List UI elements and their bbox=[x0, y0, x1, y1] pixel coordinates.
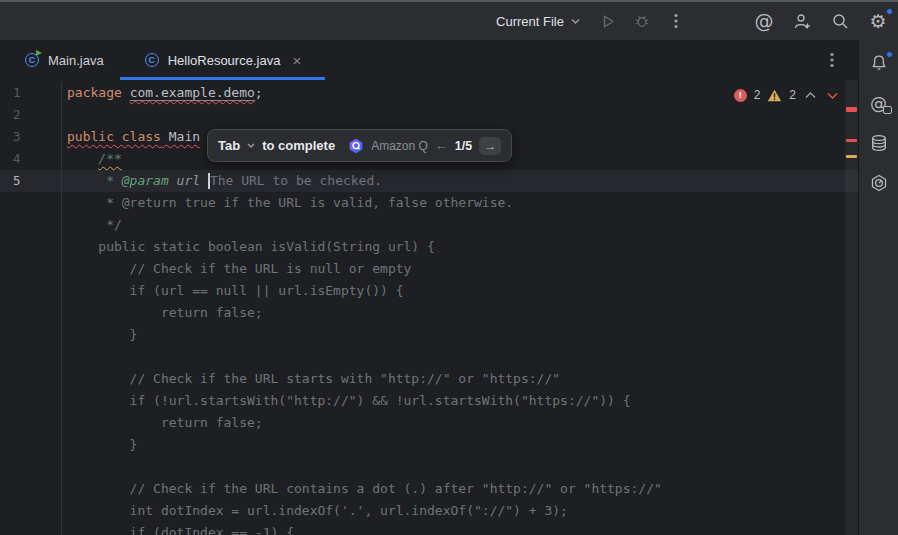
suggestion-counter: 1/5 bbox=[455, 139, 472, 153]
code-line[interactable]: // Check if the URL is null or empty bbox=[0, 258, 858, 280]
amazon-q-icon bbox=[348, 138, 364, 154]
code-line[interactable]: // Check if the URL contains a dot (.) a… bbox=[0, 478, 858, 500]
tab-label: Main.java bbox=[48, 53, 104, 68]
settings-notification-dot bbox=[886, 8, 893, 15]
ai-assistant-icon: @ bbox=[755, 12, 774, 31]
warning-count: 2 bbox=[789, 88, 796, 102]
inline-completion-popup: Tab to complete bbox=[207, 129, 512, 162]
code-line[interactable]: * @return true if the URL is valid, fals… bbox=[0, 192, 858, 214]
tab-helloresource-java[interactable]: C HelloResource.java × bbox=[120, 40, 326, 80]
run-button[interactable] bbox=[594, 8, 622, 34]
ai-chat-button[interactable]: @ bbox=[864, 90, 894, 116]
line-number: 4 bbox=[0, 148, 62, 170]
code-line[interactable] bbox=[0, 456, 858, 478]
code-line[interactable]: if (dotIndex == -1) { bbox=[0, 522, 858, 535]
line-number bbox=[0, 368, 62, 390]
code-line[interactable]: int dotIndex = url.indexOf('.', url.inde… bbox=[0, 500, 858, 522]
main-toolbar: Current File bbox=[0, 0, 898, 40]
tab-label: HelloResource.java bbox=[168, 53, 281, 68]
code-line[interactable]: public static boolean isValid(String url… bbox=[0, 236, 858, 258]
debug-button[interactable] bbox=[628, 8, 656, 34]
stripe-mark[interactable] bbox=[846, 155, 857, 158]
chevron-down-icon bbox=[247, 143, 255, 148]
search-everywhere-button[interactable] bbox=[826, 8, 854, 34]
settings-button[interactable]: ⚙ bbox=[864, 8, 892, 34]
line-number: 2 bbox=[0, 104, 62, 126]
code-line[interactable]: if (url == null || url.isEmpty()) { bbox=[0, 280, 858, 302]
ide-window: Current File bbox=[0, 0, 898, 535]
more-vertical-icon bbox=[674, 13, 678, 29]
toolbar-more-button[interactable] bbox=[662, 8, 690, 34]
error-count: 2 bbox=[754, 88, 761, 102]
tabbar-more-button[interactable] bbox=[818, 47, 846, 73]
tab-key-label[interactable]: Tab bbox=[218, 138, 240, 153]
line-number: 5 bbox=[0, 170, 62, 192]
java-class-runnable-icon: C bbox=[24, 52, 40, 68]
dependencies-hexagon-icon bbox=[870, 174, 888, 192]
code-line[interactable]: return false; bbox=[0, 412, 858, 434]
next-problem-button[interactable] bbox=[825, 92, 840, 99]
run-play-icon bbox=[601, 14, 616, 29]
line-number: 1 bbox=[0, 82, 62, 104]
tab-main-java[interactable]: C Main.java bbox=[8, 40, 120, 80]
run-configuration-selector[interactable]: Current File bbox=[488, 10, 588, 33]
previous-suggestion-arrow[interactable]: ← bbox=[435, 138, 448, 153]
line-number bbox=[0, 434, 62, 456]
tab-close-icon[interactable]: × bbox=[292, 53, 301, 68]
code-line[interactable]: 1package com.example.demo; bbox=[0, 82, 858, 104]
line-number bbox=[0, 412, 62, 434]
code-editor[interactable]: 1package com.example.demo;23public class… bbox=[0, 80, 858, 535]
line-number bbox=[0, 456, 62, 478]
database-button[interactable] bbox=[864, 130, 894, 156]
previous-problem-button[interactable] bbox=[803, 92, 818, 99]
editor-scrollbar[interactable] bbox=[845, 80, 858, 535]
line-number bbox=[0, 214, 62, 236]
database-icon bbox=[870, 134, 888, 152]
code-line[interactable]: */ bbox=[0, 214, 858, 236]
line-number bbox=[0, 302, 62, 324]
line-number bbox=[0, 258, 62, 280]
error-icon: ! bbox=[734, 89, 747, 102]
provider-label: Amazon Q bbox=[371, 139, 428, 153]
code-line[interactable]: 5 * @param url The URL to be checked. bbox=[0, 170, 858, 192]
dependencies-button[interactable] bbox=[864, 170, 894, 196]
code-line[interactable]: return false; bbox=[0, 302, 858, 324]
inspections-widget[interactable]: ! 2 2 bbox=[734, 88, 840, 102]
notifications-button[interactable] bbox=[864, 50, 894, 76]
editor-tab-bar: C Main.java C HelloResource.java × bbox=[0, 40, 858, 80]
warning-icon bbox=[767, 89, 782, 102]
line-number bbox=[0, 522, 62, 535]
code-with-me-icon bbox=[793, 13, 811, 30]
line-number bbox=[0, 346, 62, 368]
code-line[interactable] bbox=[0, 346, 858, 368]
right-tool-window-bar: @ bbox=[858, 40, 898, 535]
java-class-icon: C bbox=[144, 52, 160, 68]
more-vertical-icon bbox=[830, 52, 834, 68]
ai-assistant-button[interactable]: @ bbox=[750, 8, 778, 34]
line-number bbox=[0, 280, 62, 302]
search-icon bbox=[832, 13, 849, 30]
line-number bbox=[0, 390, 62, 412]
debug-bug-icon bbox=[634, 13, 650, 29]
line-number: 3 bbox=[0, 126, 62, 148]
code-line[interactable]: // Check if the URL starts with "http://… bbox=[0, 368, 858, 390]
code-with-me-button[interactable] bbox=[788, 8, 816, 34]
code-line[interactable]: 2 bbox=[0, 104, 858, 126]
gear-icon: ⚙ bbox=[869, 12, 886, 31]
line-number bbox=[0, 236, 62, 258]
code-line[interactable]: } bbox=[0, 324, 858, 346]
ai-chat-box-overlay bbox=[883, 106, 892, 114]
run-configuration-label: Current File bbox=[496, 14, 564, 29]
line-number bbox=[0, 324, 62, 346]
bell-icon bbox=[870, 54, 888, 72]
code-line[interactable]: if (!url.startsWith("http://") && !url.s… bbox=[0, 390, 858, 412]
line-number bbox=[0, 192, 62, 214]
stripe-mark[interactable] bbox=[846, 139, 857, 142]
completion-hint-label: to complete bbox=[262, 138, 335, 153]
next-suggestion-button[interactable]: → bbox=[479, 137, 501, 155]
notification-dot bbox=[886, 51, 893, 58]
chevron-down-icon bbox=[571, 18, 580, 24]
stripe-mark[interactable] bbox=[846, 107, 857, 112]
line-number bbox=[0, 478, 62, 500]
code-line[interactable]: } bbox=[0, 434, 858, 456]
